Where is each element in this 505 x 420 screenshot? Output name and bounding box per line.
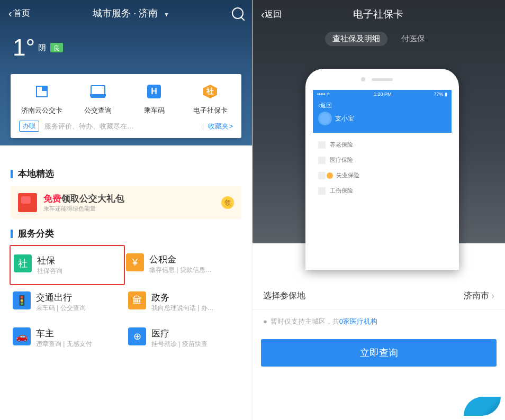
service-grid: 社社保社保咨询¥公积金缴存信息 | 贷款信息…🚦交通出行乘车码 | 公交查询🏛政… [0, 246, 252, 356]
phone-user-row: 支小宝 [318, 112, 446, 125]
quick-item-transit-card[interactable]: 济南云公交卡 [14, 83, 70, 115]
insurance-item[interactable]: 失业保险 [318, 168, 446, 183]
social-security-icon: 社 [182, 83, 238, 101]
ride-code-icon: H [126, 83, 182, 101]
service-icon: ¥ [126, 253, 144, 271]
section-bar-icon [11, 230, 13, 238]
phone-camera-icon [361, 77, 365, 81]
temperature: 1° [13, 34, 35, 61]
checkbox-icon [318, 157, 326, 164]
tab-query-details[interactable]: 查社保及明细 [325, 32, 387, 46]
bus-icon [70, 83, 126, 101]
home-label: 首页 [13, 8, 30, 19]
page-title: 电子社保卡 [260, 7, 497, 21]
service-icon: 🚗 [13, 327, 31, 345]
weather-widget[interactable]: 1° 阴 良 [13, 34, 63, 61]
aqi-badge: 良 [50, 43, 63, 52]
promo-claim-button[interactable]: 领 [221, 196, 234, 209]
phone-back-link[interactable]: ‹返回 [318, 102, 446, 109]
promo-banner[interactable]: 免费领取公交大礼包 乘车还能得绿色能量 领 [11, 186, 241, 219]
signal-icon: ••••• ᯤ [317, 92, 331, 97]
checkbox-icon [318, 187, 326, 195]
right-hero: ‹ 返回 电子社保卡 查社保及明细 付医保 ••••• ᯤ 1:20 PM 77… [252, 0, 505, 243]
section-local-featured: 本地精选 [0, 159, 252, 186]
top-nav: ‹ 首页 城市服务 · 济南 ▼ [0, 0, 252, 26]
service-icon: 🚦 [13, 291, 31, 309]
tabs: 查社保及明细 付医保 [252, 32, 505, 46]
quick-item-bus-query[interactable]: 公交查询 [70, 83, 126, 115]
back-home-link[interactable]: ‹ 首页 [8, 7, 30, 20]
service-icon: ⊕ [128, 327, 146, 345]
weather-condition: 阴 [38, 43, 46, 53]
checkbox-icon [318, 141, 326, 149]
service-车主[interactable]: 🚗车主违章查询 | 无感支付 [11, 320, 126, 356]
news-watermark-icon [464, 397, 501, 416]
insurance-list: 养老保险医疗保险失业保险工伤保险 [313, 133, 452, 203]
service-社保[interactable]: 社社保社保咨询 [10, 245, 125, 285]
hero-area: ‹ 首页 城市服务 · 济南 ▼ 1° 阴 良 济南云公交卡 公交 [0, 0, 252, 145]
quick-item-ride-code[interactable]: H 乘车码 [126, 83, 182, 115]
banli-text: 服务评价、待办、收藏尽在… [44, 122, 198, 131]
quick-access-card: 济南云公交卡 公交查询 H 乘车码 社 电子社保卡 办呗 服务评价、待办、收藏尽… [11, 74, 241, 138]
insurance-item[interactable]: 工伤保险 [318, 183, 446, 198]
service-icon: 社 [14, 254, 32, 272]
support-hint: ●暂时仅支持主城区，共0家医疗机构 [252, 309, 505, 339]
service-交通出行[interactable]: 🚦交通出行乘车码 | 公交查询 [11, 284, 126, 320]
phone-speaker-icon [372, 78, 393, 81]
dropdown-icon: ▼ [164, 12, 169, 17]
battery-icon: 77% ▮ [434, 92, 447, 97]
phone-header: ‹返回 支小宝 [313, 98, 452, 133]
hospital-count-link[interactable]: 0家医疗机构 [339, 317, 377, 325]
search-icon[interactable] [232, 7, 244, 19]
esscard-screen: ‹ 返回 电子社保卡 查社保及明细 付医保 ••••• ᯤ 1:20 PM 77… [252, 0, 505, 420]
phone-mockup: ••••• ᯤ 1:20 PM 77% ▮ ‹返回 支小宝 养老保险医疗保险失业… [305, 69, 459, 270]
query-button[interactable]: 立即查询 [261, 339, 497, 367]
city-service-screen: ‹ 首页 城市服务 · 济南 ▼ 1° 阴 良 济南云公交卡 公交 [0, 0, 252, 420]
banli-row: 办呗 服务评价、待办、收藏尽在… | 收藏夹> [14, 115, 238, 133]
tab-pay-medical[interactable]: 付医保 [394, 32, 432, 46]
quick-item-esscard[interactable]: 社 电子社保卡 [182, 83, 238, 115]
favorites-link[interactable]: 收藏夹> [208, 122, 233, 131]
red-packet-icon [18, 193, 37, 212]
chevron-left-icon: ‹ [8, 7, 12, 20]
service-公积金[interactable]: ¥公积金缴存信息 | 贷款信息… [124, 246, 239, 284]
insurance-item[interactable]: 养老保险 [318, 137, 446, 152]
highlight-dot-icon [327, 172, 333, 179]
section-service-categories: 服务分类 [0, 219, 252, 246]
transit-card-icon [14, 83, 70, 101]
phone-status-bar: ••••• ᯤ 1:20 PM 77% ▮ [313, 90, 452, 98]
city-selector[interactable]: 城市服务 · 济南 ▼ [30, 7, 232, 20]
section-bar-icon [11, 170, 13, 178]
location-selector[interactable]: 选择参保地 济南市 › [252, 283, 505, 309]
insurance-item[interactable]: 医疗保险 [318, 152, 446, 168]
chevron-right-icon: › [491, 290, 494, 302]
service-icon: 🏛 [128, 291, 146, 309]
service-医疗[interactable]: ⊕医疗挂号就诊 | 疫苗快查 [126, 320, 241, 356]
banli-tag[interactable]: 办呗 [19, 121, 39, 132]
avatar [318, 112, 332, 125]
quick-items-row: 济南云公交卡 公交查询 H 乘车码 社 电子社保卡 [14, 83, 238, 115]
checkbox-icon [318, 172, 326, 179]
service-政务[interactable]: 🏛政务我向总理说句话 | 办… [126, 284, 241, 320]
right-top-nav: ‹ 返回 电子社保卡 [252, 0, 505, 29]
